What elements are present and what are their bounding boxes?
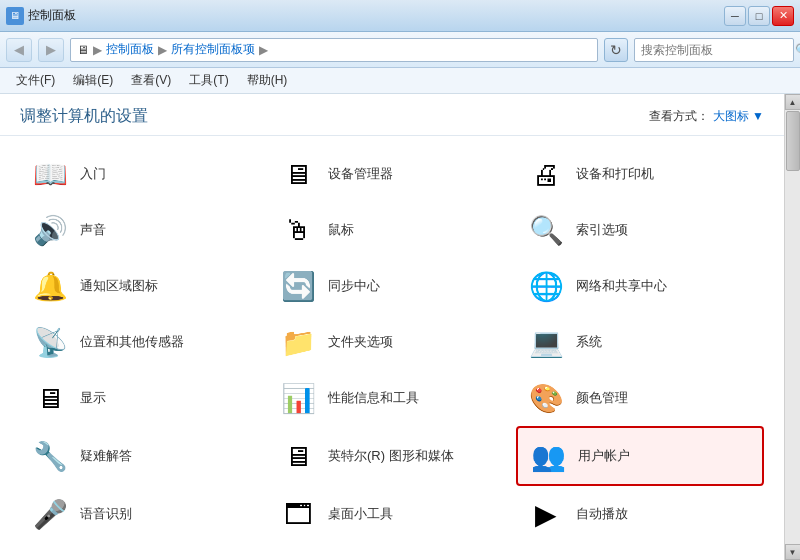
maximize-button[interactable]: □ bbox=[748, 6, 770, 26]
breadcrumb[interactable]: 🖥 ▶ 控制面板 ▶ 所有控制面板项 ▶ bbox=[70, 38, 598, 62]
item-icon-indexing: 🔍 bbox=[526, 210, 566, 250]
close-button[interactable]: ✕ bbox=[772, 6, 794, 26]
items-grid: 📖入门🖥设备管理器🖨设备和打印机🔊声音🖱鼠标🔍索引选项🔔通知区域图标🔄同步中心🌐… bbox=[0, 136, 784, 547]
item-label-performance: 性能信息和工具 bbox=[328, 389, 419, 407]
title-bar: 🖥 控制面板 ─ □ ✕ bbox=[0, 0, 800, 32]
item-label-device-manager: 设备管理器 bbox=[328, 165, 393, 183]
item-icon-autoplay: ▶ bbox=[526, 494, 566, 534]
grid-item-sound[interactable]: 🔊声音 bbox=[20, 202, 268, 258]
item-label-display: 显示 bbox=[80, 389, 106, 407]
item-label-devices-printers: 设备和打印机 bbox=[576, 165, 654, 183]
item-label-mouse: 鼠标 bbox=[328, 221, 354, 239]
breadcrumb-item-control-panel[interactable]: 控制面板 bbox=[106, 41, 154, 58]
search-bar[interactable]: 🔍 bbox=[634, 38, 794, 62]
item-label-intel-graphics: 英特尔(R) 图形和媒体 bbox=[328, 447, 454, 465]
grid-item-indexing[interactable]: 🔍索引选项 bbox=[516, 202, 764, 258]
item-label-notification-icons: 通知区域图标 bbox=[80, 277, 158, 295]
title-bar-left: 🖥 控制面板 bbox=[6, 7, 76, 25]
item-icon-intel-graphics: 🖥 bbox=[278, 436, 318, 476]
search-input[interactable] bbox=[641, 43, 791, 57]
item-icon-system: 💻 bbox=[526, 322, 566, 362]
panel-title: 调整计算机的设置 bbox=[20, 106, 148, 127]
view-mode: 查看方式： 大图标 ▼ bbox=[649, 108, 764, 125]
item-icon-devices-printers: 🖨 bbox=[526, 154, 566, 194]
view-mode-link[interactable]: 大图标 ▼ bbox=[713, 108, 764, 125]
grid-item-color-management[interactable]: 🎨颜色管理 bbox=[516, 370, 764, 426]
grid-item-sync-center[interactable]: 🔄同步中心 bbox=[268, 258, 516, 314]
item-icon-getting-started: 📖 bbox=[30, 154, 70, 194]
item-icon-user-accounts: 👥 bbox=[528, 436, 568, 476]
item-label-user-accounts: 用户帐户 bbox=[578, 447, 630, 465]
grid-item-network-sharing[interactable]: 🌐网络和共享中心 bbox=[516, 258, 764, 314]
grid-item-display[interactable]: 🖥显示 bbox=[20, 370, 268, 426]
item-icon-network-sharing: 🌐 bbox=[526, 266, 566, 306]
grid-item-device-manager[interactable]: 🖥设备管理器 bbox=[268, 146, 516, 202]
item-label-indexing: 索引选项 bbox=[576, 221, 628, 239]
menu-file[interactable]: 文件(F) bbox=[8, 70, 63, 91]
item-icon-display: 🖥 bbox=[30, 378, 70, 418]
item-icon-troubleshooting: 🔧 bbox=[30, 436, 70, 476]
title-bar-text: 控制面板 bbox=[28, 7, 76, 24]
breadcrumb-item-all-items[interactable]: 所有控制面板项 bbox=[171, 41, 255, 58]
item-icon-notification-icons: 🔔 bbox=[30, 266, 70, 306]
item-icon-desktop-gadgets: 🗔 bbox=[278, 494, 318, 534]
grid-item-system[interactable]: 💻系统 bbox=[516, 314, 764, 370]
grid-item-location-sensors[interactable]: 📡位置和其他传感器 bbox=[20, 314, 268, 370]
grid-item-getting-started[interactable]: 📖入门 bbox=[20, 146, 268, 202]
forward-button[interactable]: ▶ bbox=[38, 38, 64, 62]
grid-item-troubleshooting[interactable]: 🔧疑难解答 bbox=[20, 426, 268, 486]
item-label-desktop-gadgets: 桌面小工具 bbox=[328, 505, 393, 523]
minimize-button[interactable]: ─ bbox=[724, 6, 746, 26]
grid-item-autoplay[interactable]: ▶自动播放 bbox=[516, 486, 764, 542]
item-label-getting-started: 入门 bbox=[80, 165, 106, 183]
item-icon-mouse: 🖱 bbox=[278, 210, 318, 250]
item-label-location-sensors: 位置和其他传感器 bbox=[80, 333, 184, 351]
window-icon: 🖥 bbox=[6, 7, 24, 25]
back-button[interactable]: ◀ bbox=[6, 38, 32, 62]
item-icon-color-management: 🎨 bbox=[526, 378, 566, 418]
content-panel: 调整计算机的设置 查看方式： 大图标 ▼ 📖入门🖥设备管理器🖨设备和打印机🔊声音… bbox=[0, 94, 784, 560]
grid-item-performance[interactable]: 📊性能信息和工具 bbox=[268, 370, 516, 426]
item-label-troubleshooting: 疑难解答 bbox=[80, 447, 132, 465]
menu-edit[interactable]: 编辑(E) bbox=[65, 70, 121, 91]
main-content: 调整计算机的设置 查看方式： 大图标 ▼ 📖入门🖥设备管理器🖨设备和打印机🔊声音… bbox=[0, 94, 800, 560]
scroll-thumb[interactable] bbox=[786, 111, 800, 171]
view-mode-label: 查看方式： bbox=[649, 108, 709, 125]
grid-item-devices-printers[interactable]: 🖨设备和打印机 bbox=[516, 146, 764, 202]
search-icon: 🔍 bbox=[795, 43, 800, 57]
panel-header: 调整计算机的设置 查看方式： 大图标 ▼ bbox=[0, 94, 784, 136]
menu-tools[interactable]: 工具(T) bbox=[181, 70, 236, 91]
item-icon-sync-center: 🔄 bbox=[278, 266, 318, 306]
item-icon-device-manager: 🖥 bbox=[278, 154, 318, 194]
item-label-color-management: 颜色管理 bbox=[576, 389, 628, 407]
address-bar: ◀ ▶ 🖥 ▶ 控制面板 ▶ 所有控制面板项 ▶ ↻ 🔍 bbox=[0, 32, 800, 68]
item-label-sound: 声音 bbox=[80, 221, 106, 239]
item-label-folder-options: 文件夹选项 bbox=[328, 333, 393, 351]
breadcrumb-icon: 🖥 bbox=[77, 43, 89, 57]
refresh-button[interactable]: ↻ bbox=[604, 38, 628, 62]
item-label-sync-center: 同步中心 bbox=[328, 277, 380, 295]
item-label-speech-recognition: 语音识别 bbox=[80, 505, 132, 523]
grid-item-intel-graphics[interactable]: 🖥英特尔(R) 图形和媒体 bbox=[268, 426, 516, 486]
scrollbar[interactable]: ▲ ▼ bbox=[784, 94, 800, 560]
scroll-track[interactable] bbox=[785, 110, 800, 544]
item-icon-performance: 📊 bbox=[278, 378, 318, 418]
grid-item-user-accounts[interactable]: 👥用户帐户 bbox=[516, 426, 764, 486]
grid-item-notification-icons[interactable]: 🔔通知区域图标 bbox=[20, 258, 268, 314]
grid-item-fonts[interactable]: A字体 bbox=[20, 542, 268, 547]
scroll-up-button[interactable]: ▲ bbox=[785, 94, 801, 110]
menu-help[interactable]: 帮助(H) bbox=[239, 70, 296, 91]
grid-item-desktop-gadgets[interactable]: 🗔桌面小工具 bbox=[268, 486, 516, 542]
item-icon-folder-options: 📁 bbox=[278, 322, 318, 362]
item-icon-speech-recognition: 🎤 bbox=[30, 494, 70, 534]
menu-view[interactable]: 查看(V) bbox=[123, 70, 179, 91]
item-label-network-sharing: 网络和共享中心 bbox=[576, 277, 667, 295]
item-icon-location-sensors: 📡 bbox=[30, 322, 70, 362]
grid-item-speech-recognition[interactable]: 🎤语音识别 bbox=[20, 486, 268, 542]
item-label-autoplay: 自动播放 bbox=[576, 505, 628, 523]
grid-item-mouse[interactable]: 🖱鼠标 bbox=[268, 202, 516, 258]
grid-item-folder-options[interactable]: 📁文件夹选项 bbox=[268, 314, 516, 370]
menu-bar: 文件(F) 编辑(E) 查看(V) 工具(T) 帮助(H) bbox=[0, 68, 800, 94]
item-icon-sound: 🔊 bbox=[30, 210, 70, 250]
scroll-down-button[interactable]: ▼ bbox=[785, 544, 801, 560]
